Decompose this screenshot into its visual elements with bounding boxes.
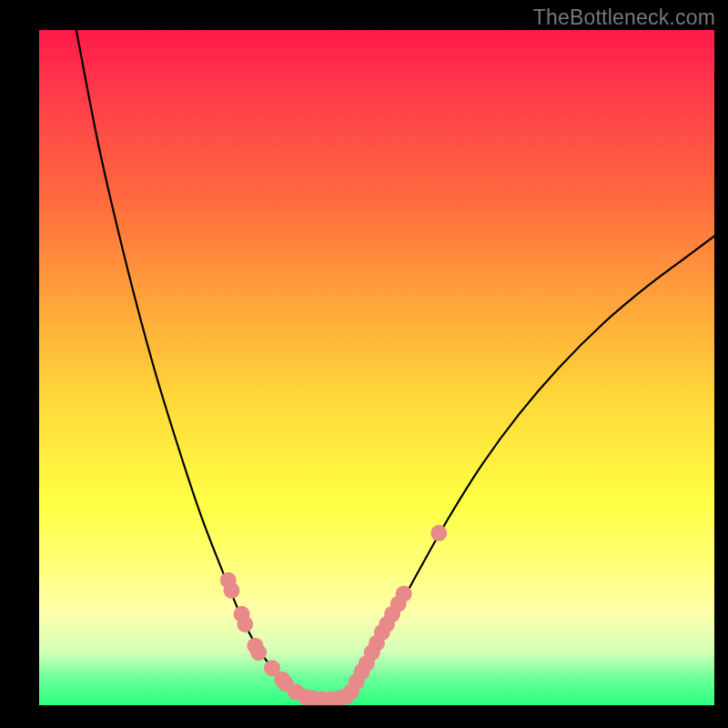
marker-point [339,688,355,704]
marker-point [359,655,375,672]
marker-point [220,572,237,589]
marker-point [288,683,304,700]
marker-point [237,616,253,632]
chart-svg [39,30,714,705]
marker-point [234,606,250,622]
marker-point [298,689,314,705]
marker-point [274,672,290,688]
marker-point [278,675,294,692]
marker-point [331,691,348,705]
marker-point [247,638,263,654]
marker-point [305,691,321,705]
marker-point [323,691,339,705]
marker-point [313,691,329,705]
marker-point [379,616,395,632]
marker-point [223,582,239,599]
watermark-text: TheBottleneck.com [533,5,715,30]
marker-point [384,606,400,622]
marker-point [349,673,365,690]
curve-left-branch [76,30,306,697]
marker-point [430,525,447,541]
marker-point [374,624,390,641]
curve-bottom-flat [306,699,343,701]
curve-right-branch [343,236,714,698]
marker-point [264,660,280,676]
marker-point [250,644,267,661]
markers-group [220,525,448,705]
plot-area [39,30,714,705]
marker-point [390,596,407,612]
series-group [76,30,714,700]
marker-point [396,586,412,602]
marker-point [364,644,380,661]
marker-point [354,663,370,680]
marker-point [369,635,385,652]
chart-container: TheBottleneck.com [0,0,728,728]
marker-point [343,683,359,700]
